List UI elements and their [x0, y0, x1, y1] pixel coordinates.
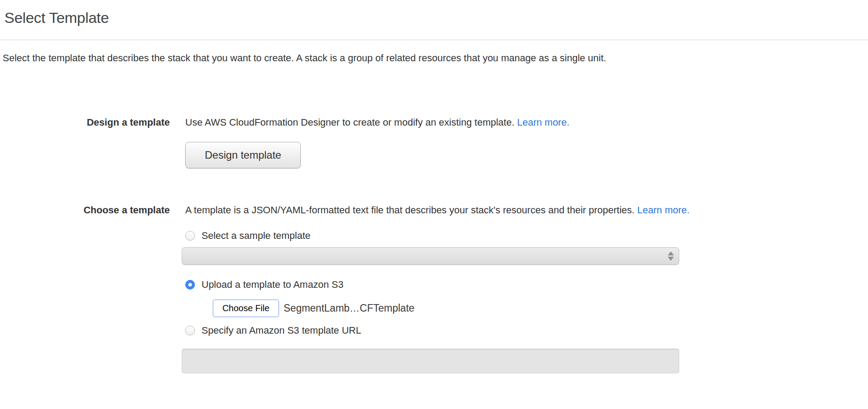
radio-label-s3-url[interactable]: Specify an Amazon S3 template URL [202, 325, 361, 336]
design-learn-more-link[interactable]: Learn more. [517, 117, 569, 128]
spinner-up-icon [668, 252, 674, 256]
page-description: Select the template that describes the s… [3, 52, 868, 65]
choose-file-button[interactable]: Choose File [213, 299, 279, 317]
radio-icon-sample-template[interactable] [185, 231, 195, 241]
radio-option-sample-template[interactable]: Select a sample template [185, 230, 868, 242]
choose-template-description: A template is a JSON/YAML-formatted text… [185, 204, 868, 217]
radio-icon-upload-s3[interactable] [185, 280, 195, 290]
select-template-form: Design a template Use AWS CloudFormation… [0, 116, 868, 373]
design-template-button[interactable]: Design template [185, 142, 301, 168]
uploaded-file-name: SegmentLamb…CFTemplate [284, 302, 415, 314]
choose-template-content: A template is a JSON/YAML-formatted text… [185, 204, 868, 373]
radio-option-upload-s3[interactable]: Upload a template to Amazon S3 [185, 279, 868, 290]
choose-template-label: Choose a template [0, 204, 170, 217]
page-title: Select Template [0, 0, 868, 26]
design-template-content: Use AWS CloudFormation Designer to creat… [185, 116, 868, 168]
title-divider [0, 40, 868, 40]
radio-label-upload-s3[interactable]: Upload a template to Amazon S3 [202, 279, 344, 290]
select-template-page: Select Template Select the template that… [0, 0, 868, 409]
radio-label-sample-template[interactable]: Select a sample template [202, 230, 311, 242]
design-template-label: Design a template [0, 116, 170, 129]
choose-learn-more-link[interactable]: Learn more. [637, 204, 690, 216]
choose-template-row: Choose a template A template is a JSON/Y… [0, 204, 868, 373]
radio-icon-s3-url[interactable] [185, 326, 195, 335]
design-template-row: Design a template Use AWS CloudFormation… [0, 116, 868, 168]
radio-option-s3-url[interactable]: Specify an Amazon S3 template URL [185, 325, 868, 336]
design-template-description: Use AWS CloudFormation Designer to creat… [185, 116, 868, 129]
select-spinner-icon [668, 252, 674, 261]
s3-template-url-input[interactable] [182, 349, 679, 373]
file-upload-row: Choose File SegmentLamb…CFTemplate [213, 299, 868, 317]
spinner-down-icon [668, 257, 674, 261]
sample-template-select[interactable] [182, 247, 679, 265]
